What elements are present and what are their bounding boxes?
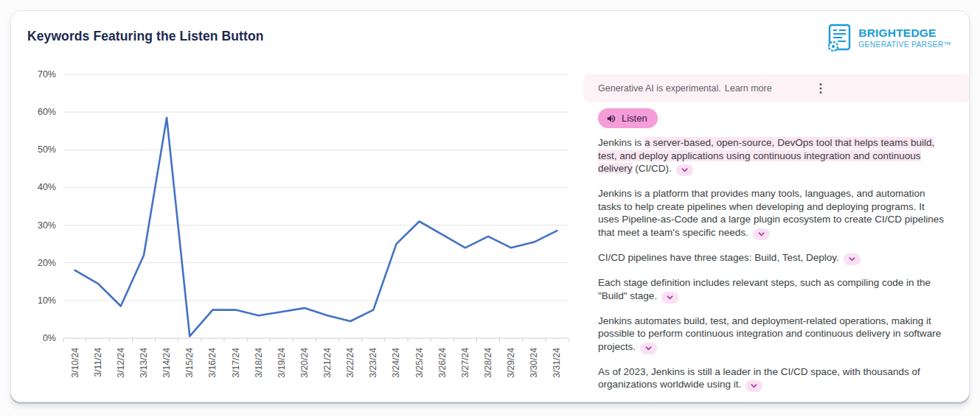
svg-text:3/25/24: 3/25/24 <box>414 348 425 378</box>
svg-text:3/19/24: 3/19/24 <box>277 348 287 378</box>
svg-text:3/22/24: 3/22/24 <box>345 348 355 378</box>
answer-text: (CI/CD). <box>633 163 672 174</box>
kebab-menu-icon[interactable] <box>815 81 827 96</box>
svg-text:3/20/24: 3/20/24 <box>299 348 310 378</box>
svg-text:3/15/24: 3/15/24 <box>184 348 195 378</box>
chart-area: 0%10%20%30%40%50%60%70%3/10/243/11/243/1… <box>11 64 601 402</box>
chevron-down-icon <box>666 295 674 301</box>
answer-paragraph: As of 2023, Jenkins is still a leader in… <box>598 365 946 393</box>
svg-text:50%: 50% <box>38 144 56 155</box>
generative-answer: Jenkins is a server-based, open-source, … <box>598 136 946 402</box>
answer-text: Jenkins is a platform that provides many… <box>598 188 944 238</box>
svg-text:30%: 30% <box>38 220 56 231</box>
speaker-icon <box>606 113 616 124</box>
widget-card: Keywords Featuring the Listen Button BRI… <box>10 10 970 402</box>
generative-ai-banner: Generative AI is experimental. Learn mor… <box>583 74 970 102</box>
svg-text:3/29/24: 3/29/24 <box>506 348 516 378</box>
svg-text:3/16/24: 3/16/24 <box>207 348 218 378</box>
answer-paragraph: Each stage definition includes relevant … <box>598 276 946 304</box>
expand-source-button[interactable] <box>844 253 861 265</box>
chevron-down-icon <box>757 231 765 237</box>
chevron-down-icon <box>644 346 653 351</box>
answer-text: Each stage definition includes relevant … <box>598 277 931 301</box>
svg-text:3/17/24: 3/17/24 <box>231 348 241 378</box>
keywords-line-chart: 0%10%20%30%40%50%60%70%3/10/243/11/243/1… <box>11 64 601 402</box>
svg-text:3/18/24: 3/18/24 <box>254 348 264 378</box>
answer-paragraph: Jenkins is a platform that provides many… <box>598 187 946 240</box>
chevron-down-icon <box>681 167 689 173</box>
svg-text:10%: 10% <box>38 295 56 306</box>
logo-subtitle: GENERATIVE PARSER™ <box>858 41 951 49</box>
svg-text:3/14/24: 3/14/24 <box>161 348 172 378</box>
answer-paragraph: Jenkins automates build, test, and deplo… <box>598 315 946 354</box>
svg-text:3/13/24: 3/13/24 <box>139 348 149 378</box>
svg-text:20%: 20% <box>38 258 56 268</box>
expand-source-button[interactable] <box>753 228 770 240</box>
svg-text:3/28/24: 3/28/24 <box>483 348 493 378</box>
chevron-down-icon <box>848 256 856 262</box>
svg-text:60%: 60% <box>38 107 56 117</box>
svg-text:3/11/24: 3/11/24 <box>93 348 103 377</box>
listen-button[interactable]: Listen <box>598 108 658 128</box>
svg-text:3/12/24: 3/12/24 <box>116 348 126 378</box>
brightedge-logo: BRIGHTEDGE GENERATIVE PARSER™ <box>827 24 951 53</box>
page-title: Keywords Featuring the Listen Button <box>27 29 264 44</box>
svg-text:3/27/24: 3/27/24 <box>460 348 470 378</box>
svg-text:3/26/24: 3/26/24 <box>437 348 448 378</box>
expand-source-button[interactable] <box>640 343 657 354</box>
svg-text:3/10/24: 3/10/24 <box>70 348 80 378</box>
answer-paragraph: Jenkins is a server-based, open-source, … <box>598 136 946 176</box>
svg-text:3/21/24: 3/21/24 <box>322 348 333 378</box>
answer-paragraph: CI/CD pipelines have three stages: Build… <box>598 251 946 265</box>
experimental-disclaimer: Generative AI is experimental. <box>598 83 721 94</box>
answer-text: Jenkins is <box>598 137 644 148</box>
svg-text:40%: 40% <box>38 182 56 192</box>
svg-text:0%: 0% <box>43 333 56 343</box>
svg-text:3/23/24: 3/23/24 <box>368 348 378 378</box>
svg-text:3/30/24: 3/30/24 <box>529 348 539 378</box>
learn-more-link[interactable]: Learn more <box>725 83 772 94</box>
document-parser-icon <box>827 24 853 53</box>
expand-source-button[interactable] <box>676 164 693 176</box>
expand-source-button[interactable] <box>746 380 762 392</box>
listen-button-label: Listen <box>622 113 647 124</box>
svg-text:70%: 70% <box>38 69 56 80</box>
chevron-down-icon <box>750 383 758 389</box>
svg-text:3/24/24: 3/24/24 <box>391 348 401 378</box>
chart-data-line <box>75 118 557 337</box>
expand-source-button[interactable] <box>661 292 678 304</box>
logo-name: BRIGHTEDGE <box>858 27 951 39</box>
svg-text:3/31/24: 3/31/24 <box>552 348 562 378</box>
answer-text: CI/CD pipelines have three stages: Build… <box>598 252 839 263</box>
